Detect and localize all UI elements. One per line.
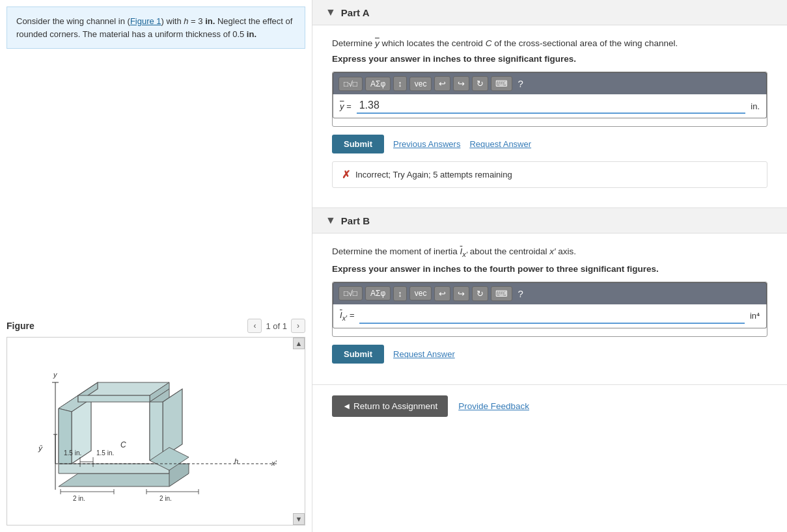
problem-text: Consider the wing channel in (Figure 1) … bbox=[16, 16, 292, 39]
part-b-question: Determine the moment of inertia Ix′ abou… bbox=[332, 245, 767, 260]
figure-nav: ‹ 1 of 1 › bbox=[247, 319, 305, 333]
svg-text:2 in.: 2 in. bbox=[159, 495, 172, 502]
svg-text:2 in.: 2 in. bbox=[73, 495, 85, 502]
part-a-content: Determine y which locates the centroid C… bbox=[312, 25, 787, 207]
error-icon: ✗ bbox=[342, 168, 350, 181]
part-a-symbol-btn[interactable]: ΑΣφ bbox=[365, 77, 391, 91]
svg-text:C: C bbox=[120, 440, 126, 449]
figure-next-button[interactable]: › bbox=[291, 319, 305, 333]
bottom-bar: ◄ Return to Assignment Provide Feedback bbox=[312, 385, 787, 427]
figure-image-container: y x' ȳ C bbox=[7, 337, 305, 525]
svg-marker-10 bbox=[78, 395, 150, 402]
provide-feedback-button[interactable]: Provide Feedback bbox=[458, 401, 529, 411]
svg-text:h: h bbox=[234, 457, 238, 465]
part-b-help-btn[interactable]: ? bbox=[515, 287, 525, 300]
part-a-toolbar: □√□ ΑΣφ ↕ vec ↩ ↪ ↻ ⌨ ? bbox=[333, 72, 767, 94]
figure-link[interactable]: Figure 1 bbox=[130, 16, 161, 26]
part-a-refresh-btn[interactable]: ↻ bbox=[472, 76, 488, 91]
svg-marker-1 bbox=[59, 464, 169, 473]
part-b-answer-unit: in⁴ bbox=[750, 311, 760, 321]
part-b-collapse-icon[interactable]: ▼ bbox=[325, 215, 336, 226]
part-a-answer-box: y = in. bbox=[333, 94, 767, 118]
part-b-redo-btn[interactable]: ↪ bbox=[453, 286, 469, 301]
part-b-updown-btn[interactable]: ↕ bbox=[393, 286, 407, 301]
part-a-help-btn[interactable]: ? bbox=[515, 77, 525, 90]
scroll-down-arrow[interactable]: ▼ bbox=[293, 513, 305, 525]
part-a-label: Part A bbox=[341, 7, 370, 18]
part-a-keyboard-btn[interactable]: ⌨ bbox=[491, 76, 512, 91]
part-b-math-container: □√□ ΑΣφ ↕ vec ↩ ↪ ↻ ⌨ ? Ix′ = in⁴ bbox=[332, 282, 767, 337]
part-a-previous-answers-button[interactable]: Previous Answers bbox=[393, 139, 460, 149]
error-text: Incorrect; Try Again; 5 attempts remaini… bbox=[355, 170, 512, 180]
part-a-answer-label: y = bbox=[340, 101, 352, 111]
svg-text:x': x' bbox=[271, 459, 277, 467]
figure-section: Figure ‹ 1 of 1 › bbox=[7, 308, 305, 525]
part-b-header: ▼ Part B bbox=[312, 208, 787, 233]
part-a-answer-input[interactable] bbox=[357, 98, 746, 114]
part-a-section: ▼ Part A Determine y which locates the c… bbox=[312, 0, 787, 208]
part-b-submit-button[interactable]: Submit bbox=[332, 345, 384, 364]
problem-text-box: Consider the wing channel in (Figure 1) … bbox=[7, 7, 305, 49]
return-to-assignment-button[interactable]: ◄ Return to Assignment bbox=[332, 395, 448, 417]
figure-prev-button[interactable]: ‹ bbox=[247, 319, 262, 333]
part-a-undo-btn[interactable]: ↩ bbox=[434, 76, 450, 91]
part-b-symbol-btn[interactable]: ΑΣφ bbox=[365, 286, 391, 300]
part-a-vec-btn[interactable]: vec bbox=[409, 77, 432, 91]
svg-text:1.5 in.: 1.5 in. bbox=[64, 449, 81, 457]
svg-text:1.5 in.: 1.5 in. bbox=[96, 449, 114, 457]
part-b-section: ▼ Part B Determine the moment of inertia… bbox=[312, 208, 787, 385]
part-a-collapse-icon[interactable]: ▼ bbox=[325, 7, 336, 18]
figure-counter: 1 of 1 bbox=[266, 321, 287, 331]
part-b-vec-btn[interactable]: vec bbox=[409, 286, 432, 300]
right-panel: ▼ Part A Determine y which locates the c… bbox=[312, 0, 787, 532]
part-a-submit-row: Submit Previous Answers Request Answer bbox=[332, 135, 767, 153]
svg-text:ȳ: ȳ bbox=[38, 444, 43, 453]
part-b-instruction: Express your answer in inches to the fou… bbox=[332, 264, 767, 274]
part-b-answer-input[interactable] bbox=[359, 308, 745, 324]
part-a-instruction: Express your answer in inches to three s… bbox=[332, 54, 767, 64]
left-panel: Consider the wing channel in (Figure 1) … bbox=[0, 0, 312, 532]
part-b-toolbar: □√□ ΑΣφ ↕ vec ↩ ↪ ↻ ⌨ ? bbox=[333, 282, 767, 304]
scroll-up-arrow[interactable]: ▲ bbox=[293, 338, 305, 349]
part-b-label: Part B bbox=[341, 215, 370, 226]
part-b-answer-label: Ix′ = bbox=[340, 310, 354, 322]
part-a-updown-btn[interactable]: ↕ bbox=[393, 76, 407, 91]
part-a-error-message: ✗ Incorrect; Try Again; 5 attempts remai… bbox=[332, 161, 767, 188]
figure-title: Figure bbox=[7, 321, 35, 331]
figure-header: Figure ‹ 1 of 1 › bbox=[7, 315, 305, 337]
part-a-submit-button[interactable]: Submit bbox=[332, 135, 384, 153]
part-b-submit-row: Submit Request Answer bbox=[332, 345, 767, 364]
figure-svg: y x' ȳ C bbox=[20, 343, 293, 519]
part-a-answer-unit: in. bbox=[751, 101, 760, 111]
part-a-question: Determine y which locates the centroid C… bbox=[332, 37, 767, 50]
part-b-refresh-btn[interactable]: ↻ bbox=[472, 286, 488, 301]
part-a-request-answer-button[interactable]: Request Answer bbox=[469, 139, 531, 149]
part-b-request-answer-button[interactable]: Request Answer bbox=[393, 349, 455, 359]
part-b-keyboard-btn[interactable]: ⌨ bbox=[491, 286, 512, 301]
part-b-answer-box: Ix′ = in⁴ bbox=[333, 304, 767, 328]
part-a-header: ▼ Part A bbox=[312, 0, 787, 25]
part-b-undo-btn[interactable]: ↩ bbox=[434, 286, 450, 301]
svg-text:y: y bbox=[53, 371, 58, 379]
part-b-content: Determine the moment of inertia Ix′ abou… bbox=[312, 233, 787, 384]
part-a-math-container: □√□ ΑΣφ ↕ vec ↩ ↪ ↻ ⌨ ? y = in. bbox=[332, 72, 767, 127]
part-a-redo-btn[interactable]: ↪ bbox=[453, 76, 469, 91]
svg-marker-13 bbox=[150, 402, 163, 460]
part-b-fraction-btn[interactable]: □√□ bbox=[338, 286, 363, 300]
part-a-fraction-btn[interactable]: □√□ bbox=[338, 77, 363, 91]
